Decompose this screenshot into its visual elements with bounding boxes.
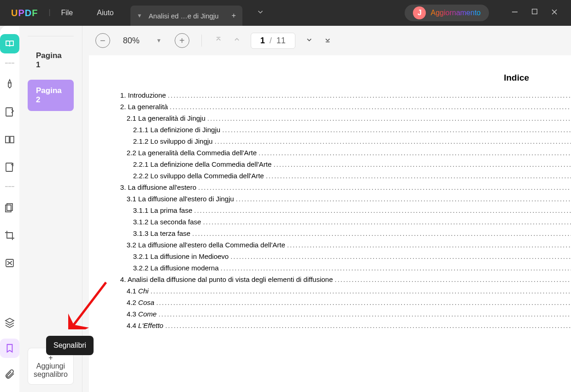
toc-line: 2. La generalità .......................…	[120, 103, 571, 111]
toc-line: 2.2.2 Lo sviluppo della Commedia dell'Ar…	[120, 172, 571, 180]
window-minimize-icon[interactable]	[511, 8, 518, 18]
zoom-in-button[interactable]: +	[175, 33, 189, 48]
svg-rect-6	[10, 136, 14, 143]
zoom-level[interactable]: 80%	[119, 36, 143, 46]
upgrade-button[interactable]: J Aggiornamento	[405, 5, 489, 21]
zoom-dropdown-icon[interactable]: ▼	[153, 37, 165, 44]
prev-page-icon[interactable]	[232, 35, 241, 46]
toc-line: 4.1 Chi.................................…	[120, 287, 571, 295]
document-toolbar: − 80% ▼ + 1 / 11	[82, 26, 571, 55]
app-logo: UPDF	[0, 8, 48, 18]
toc-line: 4.3 Come................................…	[120, 310, 571, 318]
tabs-overflow-icon[interactable]	[252, 3, 269, 23]
toc-line: 3.2 La diffusione all'estero della Comme…	[120, 241, 571, 249]
bookmark-item[interactable]: Pagina 2	[28, 80, 74, 111]
user-avatar: J	[413, 6, 426, 19]
organize-pages-tool[interactable]	[0, 198, 19, 217]
bookmarks-tool[interactable]	[0, 339, 19, 358]
window-maximize-icon[interactable]	[531, 8, 538, 18]
bookmark-item[interactable]: Pagina 1	[28, 45, 74, 76]
toc-line: 1. Introduzione ........................…	[120, 91, 571, 99]
upgrade-label: Aggiornamento	[430, 9, 481, 17]
window-close-icon[interactable]	[551, 8, 558, 18]
last-page-icon[interactable]	[323, 35, 332, 46]
toc-line: 4.2 Cosa................................…	[120, 298, 571, 306]
attachments-tool[interactable]	[0, 364, 19, 384]
toc-line: 3.2.1 La diffusione in Medioevo ........…	[120, 252, 571, 260]
toc-line: 2.1.2 Lo sviluppo di Jingju ............…	[120, 137, 571, 145]
highlight-tool[interactable]	[0, 75, 19, 94]
first-page-icon[interactable]	[214, 35, 223, 46]
page-total: 11	[277, 36, 286, 46]
titlebar: UPDF | File Aiuto ▼ Analisi ed …e di Jin…	[0, 0, 571, 26]
redact-tool[interactable]	[0, 253, 19, 273]
next-page-icon[interactable]	[305, 35, 314, 46]
svg-rect-1	[532, 9, 537, 14]
document-area: − 80% ▼ + 1 / 11 Indice 1. Introduzione …	[82, 26, 571, 392]
toc-line: 2.1 La generalità di Jingju ............…	[120, 114, 571, 122]
svg-rect-4	[6, 108, 12, 116]
menu-help[interactable]: Aiuto	[85, 9, 125, 17]
reader-tool[interactable]	[0, 34, 19, 53]
tab-title: Analisi ed …e di Jingju	[149, 12, 225, 20]
edit-tool[interactable]	[0, 102, 19, 122]
layers-tool[interactable]	[0, 313, 19, 332]
toc-line: 2.1.1 La definizione di Jingju .........…	[120, 126, 571, 134]
toc-line: 3.1 La diffusione all'estero di Jingju .…	[120, 195, 571, 203]
page-current: 1	[260, 36, 265, 46]
document-tab[interactable]: ▼ Analisi ed …e di Jingju +	[130, 6, 242, 26]
toc-line: 4.4 L'Effetto...........................…	[120, 322, 571, 329]
svg-rect-5	[6, 136, 9, 143]
toc-line: 3.1.1 La prima fase ....................…	[120, 206, 571, 214]
doc-heading: Indice	[120, 73, 571, 83]
page-indicator[interactable]: 1 / 11	[251, 33, 295, 49]
form-tool[interactable]	[0, 158, 19, 177]
tab-close-icon[interactable]: +	[225, 7, 242, 24]
toc-line: 3.1.2 La seconda fase ..................…	[120, 218, 571, 226]
toc-line: 3.2.2 La diffusione moderna ............…	[120, 264, 571, 272]
bookmarks-tooltip: Segnalibri	[46, 336, 94, 355]
menu-file[interactable]: File	[49, 9, 85, 17]
page-compare-tool[interactable]	[0, 130, 19, 149]
zoom-out-button[interactable]: −	[95, 33, 110, 48]
toc-line: 3. La diffusione all'estero ............…	[120, 183, 571, 191]
toc-line: 2.2 La generalità della Commedia dell'Ar…	[120, 149, 571, 157]
toc-line: 2.2.1 La definizione della Commedia dell…	[120, 160, 571, 168]
pdf-page[interactable]: Indice 1. Introduzione .................…	[89, 55, 571, 392]
tab-dropdown-icon[interactable]: ▼	[130, 8, 149, 23]
toc-line: 3.1.3 La terza fase ....................…	[120, 229, 571, 237]
toc-line: 4. Analisi della diffusione dal punto di…	[120, 275, 571, 283]
crop-tool[interactable]	[0, 226, 19, 245]
left-toolbar: Segnalibri	[0, 26, 19, 392]
